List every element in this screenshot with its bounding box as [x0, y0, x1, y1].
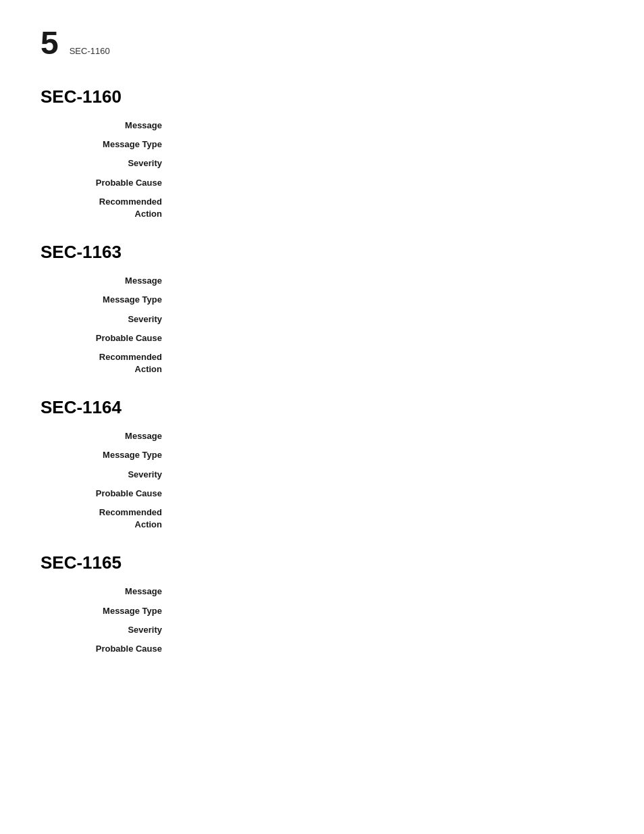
- field-label-sec-1160-1: Message Type: [54, 138, 176, 151]
- section-sec-1164: SEC-1164MessageMessage TypeSeverityProba…: [41, 397, 603, 531]
- field-value-sec-1164-3: [176, 488, 603, 500]
- field-row-sec-1164-1: Message Type: [41, 449, 603, 461]
- field-label-sec-1164-0: Message: [54, 430, 176, 442]
- field-label-sec-1160-4: RecommendedAction: [54, 196, 176, 220]
- field-label-sec-1164-2: Severity: [54, 469, 176, 481]
- section-sec-1160: SEC-1160MessageMessage TypeSeverityProba…: [41, 86, 603, 220]
- field-label-sec-1164-1: Message Type: [54, 449, 176, 461]
- field-row-sec-1163-0: Message: [41, 275, 603, 287]
- field-row-sec-1164-3: Probable Cause: [41, 488, 603, 500]
- field-row-sec-1163-2: Severity: [41, 313, 603, 325]
- field-row-sec-1163-3: Probable Cause: [41, 332, 603, 344]
- field-row-sec-1160-4: RecommendedAction: [41, 196, 603, 220]
- field-label-sec-1165-1: Message Type: [54, 605, 176, 617]
- field-value-sec-1163-4: [176, 351, 603, 375]
- field-value-sec-1165-1: [176, 605, 603, 617]
- field-row-sec-1165-1: Message Type: [41, 605, 603, 617]
- field-row-sec-1165-0: Message: [41, 585, 603, 598]
- field-value-sec-1160-3: [176, 177, 603, 189]
- field-row-sec-1160-3: Probable Cause: [41, 177, 603, 189]
- field-row-sec-1164-0: Message: [41, 430, 603, 442]
- field-label-sec-1165-0: Message: [54, 585, 176, 598]
- field-row-sec-1163-4: RecommendedAction: [41, 351, 603, 375]
- field-value-sec-1165-3: [176, 643, 603, 655]
- field-label-sec-1163-4: RecommendedAction: [54, 351, 176, 375]
- section-title-sec-1163: SEC-1163: [41, 242, 603, 263]
- page-subtitle: SEC-1160: [70, 46, 110, 56]
- field-label-sec-1160-0: Message: [54, 120, 176, 132]
- field-label-sec-1163-2: Severity: [54, 313, 176, 325]
- field-row-sec-1160-2: Severity: [41, 157, 603, 170]
- section-sec-1163: SEC-1163MessageMessage TypeSeverityProba…: [41, 242, 603, 375]
- field-value-sec-1160-2: [176, 157, 603, 170]
- field-value-sec-1163-0: [176, 275, 603, 287]
- field-value-sec-1163-3: [176, 332, 603, 344]
- section-title-sec-1160: SEC-1160: [41, 86, 603, 107]
- field-row-sec-1165-3: Probable Cause: [41, 643, 603, 655]
- page-header: 5 SEC-1160: [41, 27, 603, 59]
- field-value-sec-1163-1: [176, 294, 603, 306]
- field-row-sec-1163-1: Message Type: [41, 294, 603, 306]
- field-label-sec-1165-2: Severity: [54, 624, 176, 636]
- field-value-sec-1164-4: [176, 506, 603, 531]
- field-value-sec-1164-0: [176, 430, 603, 442]
- field-value-sec-1160-4: [176, 196, 603, 220]
- field-value-sec-1160-0: [176, 120, 603, 132]
- field-label-sec-1160-2: Severity: [54, 157, 176, 170]
- field-value-sec-1160-1: [176, 138, 603, 151]
- field-label-sec-1164-3: Probable Cause: [54, 488, 176, 500]
- field-value-sec-1164-1: [176, 449, 603, 461]
- field-row-sec-1160-0: Message: [41, 120, 603, 132]
- field-label-sec-1163-0: Message: [54, 275, 176, 287]
- field-label-sec-1163-1: Message Type: [54, 294, 176, 306]
- field-value-sec-1165-2: [176, 624, 603, 636]
- field-row-sec-1160-1: Message Type: [41, 138, 603, 151]
- sections-container: SEC-1160MessageMessage TypeSeverityProba…: [41, 86, 603, 655]
- field-value-sec-1165-0: [176, 585, 603, 598]
- field-label-sec-1163-3: Probable Cause: [54, 332, 176, 344]
- field-label-sec-1160-3: Probable Cause: [54, 177, 176, 189]
- section-title-sec-1164: SEC-1164: [41, 397, 603, 418]
- field-row-sec-1164-4: RecommendedAction: [41, 506, 603, 531]
- field-value-sec-1164-2: [176, 469, 603, 481]
- field-row-sec-1165-2: Severity: [41, 624, 603, 636]
- section-title-sec-1165: SEC-1165: [41, 552, 603, 573]
- field-row-sec-1164-2: Severity: [41, 469, 603, 481]
- page-number: 5: [41, 27, 59, 59]
- field-label-sec-1165-3: Probable Cause: [54, 643, 176, 655]
- section-sec-1165: SEC-1165MessageMessage TypeSeverityProba…: [41, 552, 603, 655]
- field-label-sec-1164-4: RecommendedAction: [54, 506, 176, 531]
- field-value-sec-1163-2: [176, 313, 603, 325]
